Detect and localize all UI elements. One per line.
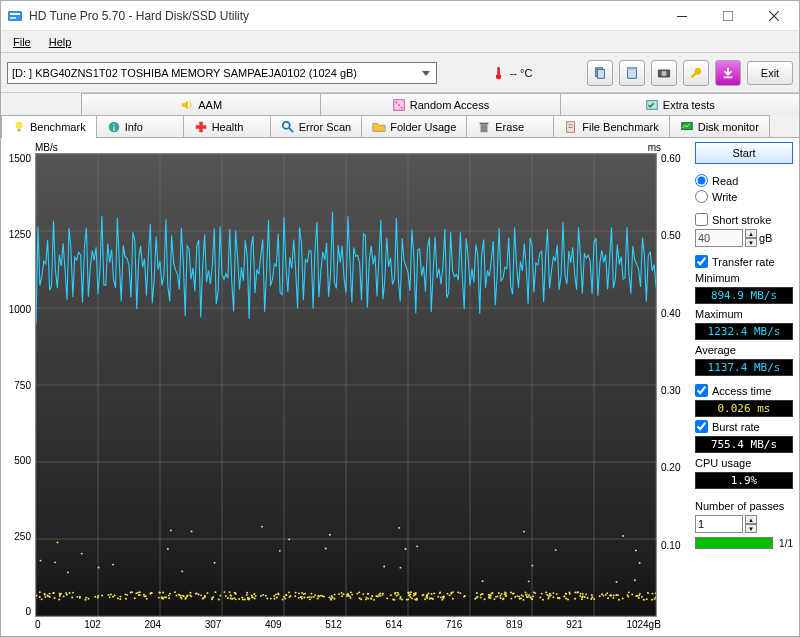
copy-info-button[interactable]	[587, 60, 613, 86]
svg-point-374	[98, 567, 100, 569]
svg-point-300	[219, 595, 221, 597]
short-stroke-down[interactable]: ▼	[745, 238, 757, 247]
y-axis-left: 1500125010007505002500	[7, 153, 35, 617]
save-button[interactable]	[715, 60, 741, 86]
svg-point-325	[234, 592, 236, 594]
minimize-icon	[677, 11, 687, 21]
svg-point-412	[488, 596, 490, 598]
svg-point-164	[318, 596, 320, 598]
svg-point-262	[567, 599, 569, 601]
svg-point-213	[602, 595, 604, 597]
short-stroke-input[interactable]	[695, 229, 743, 247]
tab-extra-tests[interactable]: Extra tests	[560, 93, 800, 115]
y-right-tick: 0.40	[661, 308, 689, 319]
menu-file[interactable]: File	[5, 34, 39, 50]
svg-point-495	[161, 597, 163, 599]
tab-random-access[interactable]: Random Access	[320, 93, 560, 115]
tab-aam[interactable]: AAM	[81, 93, 321, 115]
svg-point-129	[266, 598, 268, 600]
svg-point-219	[365, 597, 367, 599]
svg-rect-1	[10, 13, 20, 15]
passes-down[interactable]: ▼	[745, 524, 757, 533]
svg-point-77	[641, 596, 643, 598]
x-tick: 921	[566, 619, 583, 630]
transfer-rate-checkbox[interactable]	[695, 255, 708, 268]
svg-point-135	[531, 565, 533, 567]
maximize-button[interactable]	[705, 1, 751, 31]
access-time-check[interactable]: Access time	[695, 384, 793, 397]
menu-help[interactable]: Help	[41, 34, 80, 50]
burst-rate-checkbox[interactable]	[695, 420, 708, 433]
svg-point-186	[241, 597, 243, 599]
cpu-usage-value: 1.9%	[695, 472, 793, 489]
svg-point-211	[130, 592, 132, 594]
tab-health[interactable]: Health	[183, 115, 271, 137]
svg-point-207	[651, 593, 653, 595]
tab-erase[interactable]: Erase	[466, 115, 554, 137]
start-button[interactable]: Start	[695, 142, 793, 164]
svg-point-414	[504, 591, 506, 593]
svg-point-206	[204, 595, 206, 597]
svg-point-406	[362, 593, 364, 595]
svg-point-244	[481, 593, 483, 595]
transfer-rate-check[interactable]: Transfer rate	[695, 255, 793, 268]
svg-point-280	[590, 598, 592, 600]
passes-up[interactable]: ▲	[745, 515, 757, 524]
svg-point-292	[440, 596, 442, 598]
svg-point-121	[94, 596, 96, 598]
x-tick: 1024gB	[626, 619, 660, 630]
mode-read[interactable]: Read	[695, 174, 793, 187]
screenshot-button[interactable]	[651, 60, 677, 86]
copy-screenshot-button[interactable]	[619, 60, 645, 86]
svg-point-220	[49, 593, 51, 595]
svg-point-180	[532, 596, 534, 598]
svg-text:i: i	[113, 122, 115, 132]
tab-file-benchmark[interactable]: File Benchmark	[553, 115, 669, 137]
mode-write[interactable]: Write	[695, 190, 793, 203]
svg-point-154	[579, 595, 581, 597]
minimize-button[interactable]	[659, 1, 705, 31]
svg-point-475	[568, 591, 570, 593]
burst-rate-check[interactable]: Burst rate	[695, 420, 793, 433]
write-radio[interactable]	[695, 190, 708, 203]
svg-point-6	[496, 73, 501, 78]
drive-select[interactable]: [D: ] KBG40ZNS1T02 TOSHIBA MEMORY SAMPAE…	[7, 62, 437, 84]
svg-point-413	[493, 598, 495, 600]
close-button[interactable]	[751, 1, 797, 31]
svg-point-229	[367, 593, 369, 595]
svg-point-294	[524, 591, 526, 593]
svg-point-419	[431, 597, 433, 599]
tab-info[interactable]: i Info	[96, 115, 184, 137]
svg-point-324	[443, 595, 445, 597]
svg-point-409	[191, 531, 193, 533]
svg-point-435	[426, 594, 428, 596]
tab-folder-usage[interactable]: Folder Usage	[361, 115, 467, 137]
short-stroke-checkbox[interactable]	[695, 213, 708, 226]
svg-point-314	[108, 594, 110, 596]
svg-point-416	[196, 592, 198, 594]
tab-extra-label: Extra tests	[663, 99, 715, 111]
svg-point-119	[112, 564, 114, 566]
svg-rect-27	[480, 122, 489, 124]
read-label: Read	[712, 175, 738, 187]
tab-disk-monitor[interactable]: Disk monitor	[669, 115, 770, 137]
exit-button[interactable]: Exit	[747, 61, 793, 85]
passes-input[interactable]	[695, 515, 743, 533]
svg-point-462	[325, 548, 327, 550]
svg-point-485	[565, 593, 567, 595]
svg-point-251	[580, 593, 582, 595]
short-stroke-up[interactable]: ▲	[745, 229, 757, 238]
svg-point-267	[112, 596, 114, 598]
svg-point-142	[638, 597, 640, 599]
svg-point-327	[254, 598, 256, 600]
svg-point-484	[181, 595, 183, 597]
options-button[interactable]	[683, 60, 709, 86]
read-radio[interactable]	[695, 174, 708, 187]
access-time-checkbox[interactable]	[695, 384, 708, 397]
short-stroke-check[interactable]: Short stroke	[695, 213, 793, 226]
tab-benchmark[interactable]: Benchmark	[1, 115, 97, 137]
svg-rect-10	[629, 66, 634, 69]
tab-error-scan[interactable]: Error Scan	[270, 115, 363, 137]
svg-point-259	[97, 595, 99, 597]
svg-point-138	[167, 548, 169, 550]
